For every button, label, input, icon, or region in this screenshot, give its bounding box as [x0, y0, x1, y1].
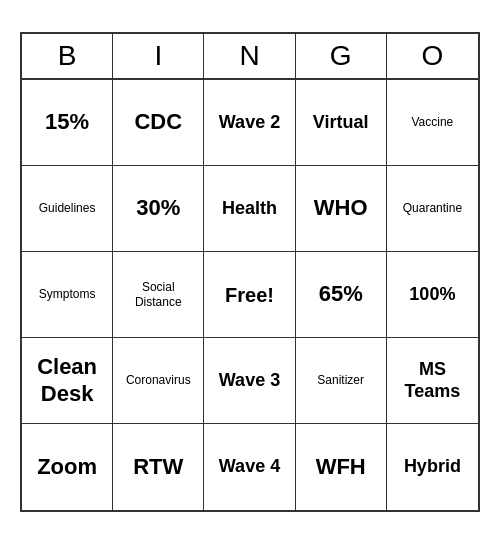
cell-r3c4: 65% [296, 252, 387, 338]
cell-r5c3: Wave 4 [204, 424, 295, 510]
header-o: O [387, 34, 478, 78]
cell-r4c4: Sanitizer [296, 338, 387, 424]
cell-r3c1: Symptoms [22, 252, 113, 338]
cell-r1c2: CDC [113, 80, 204, 166]
header-g: G [296, 34, 387, 78]
cell-r1c4: Virtual [296, 80, 387, 166]
cell-r2c2: 30% [113, 166, 204, 252]
cell-r4c3: Wave 3 [204, 338, 295, 424]
cell-r3c2: Social Distance [113, 252, 204, 338]
cell-r1c5: Vaccine [387, 80, 478, 166]
cell-r5c5: Hybrid [387, 424, 478, 510]
cell-r1c3: Wave 2 [204, 80, 295, 166]
header-b: B [22, 34, 113, 78]
bingo-header: B I N G O [22, 34, 478, 80]
cell-r5c2: RTW [113, 424, 204, 510]
cell-r2c1: Guidelines [22, 166, 113, 252]
cell-r2c3: Health [204, 166, 295, 252]
bingo-grid: 15% CDC Wave 2 Virtual Vaccine Guideline… [22, 80, 478, 510]
header-n: N [204, 34, 295, 78]
cell-r5c1: Zoom [22, 424, 113, 510]
cell-r2c5: Quarantine [387, 166, 478, 252]
cell-r4c5: MS Teams [387, 338, 478, 424]
cell-r1c1: 15% [22, 80, 113, 166]
cell-r3c3-free: Free! [204, 252, 295, 338]
cell-r4c2: Coronavirus [113, 338, 204, 424]
bingo-card: B I N G O 15% CDC Wave 2 Virtual Vaccine… [20, 32, 480, 512]
cell-r4c1: Clean Desk [22, 338, 113, 424]
header-i: I [113, 34, 204, 78]
cell-r2c4: WHO [296, 166, 387, 252]
cell-r3c5: 100% [387, 252, 478, 338]
cell-r5c4: WFH [296, 424, 387, 510]
